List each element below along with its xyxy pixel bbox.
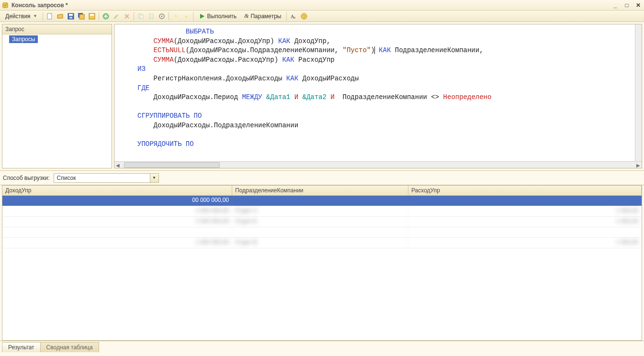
minimize-button[interactable]: _ [611, 1, 619, 9]
ampersand-icon: & [244, 12, 249, 20]
cell: 2 000 000,00 [2, 206, 232, 216]
save-icon[interactable] [66, 11, 76, 21]
cell: Отдел В [232, 238, 408, 248]
export-select[interactable]: Список ▼ [54, 173, 159, 183]
table-row[interactable]: 2 000 000,00Отдел Б1 000,00 [2, 217, 642, 227]
cell: 2 000 000,00 [2, 217, 232, 227]
up-icon[interactable] [171, 11, 181, 21]
svg-rect-6 [79, 14, 84, 19]
cell [2, 227, 232, 237]
cell: Отдел Б [232, 217, 408, 227]
column-header-1[interactable]: ДоходУпр [2, 186, 232, 195]
svg-text:a: a [294, 16, 295, 19]
down-icon[interactable] [181, 11, 191, 21]
scroll-right-icon[interactable]: ▶ [635, 162, 642, 168]
separator [99, 12, 99, 21]
chevron-down-icon[interactable]: ▼ [150, 174, 158, 182]
save-all-icon[interactable] [77, 11, 86, 21]
column-header-3[interactable]: РасходУпр [408, 186, 642, 195]
results-panel: Способ выгрузки: Список ▼ ДоходУпр Подра… [0, 170, 644, 352]
table-row[interactable]: 2 000 000,00Отдел А1 000,00 [2, 206, 642, 217]
export-label: Способ выгрузки: [3, 175, 50, 181]
result-tabs: Результат Сводная таблица [0, 341, 644, 352]
cell [408, 227, 642, 237]
cell [408, 196, 642, 206]
titlebar: Консоль запросов * _ □ ✕ [0, 0, 644, 11]
tree-header: Запрос [2, 24, 112, 34]
cell: Отдел А [232, 206, 408, 216]
editor-scrollbar-vertical[interactable] [635, 24, 642, 161]
grid-header: ДоходУпр ПодразделениеКомпании РасходУпр [2, 186, 642, 196]
play-icon [199, 13, 205, 20]
execute-label: Выполнить [207, 13, 237, 20]
cell: 00 000 000,00 [2, 196, 232, 206]
results-grid: ДоходУпр ПодразделениеКомпании РасходУпр… [2, 185, 642, 341]
cell: 1 000 000,00 [2, 238, 232, 248]
svg-rect-3 [69, 14, 73, 16]
grid-body: 00 000 000,002 000 000,00Отдел А1 000,00… [2, 196, 642, 340]
scroll-left-icon[interactable]: ◀ [114, 162, 121, 168]
execute-button[interactable]: Выполнить [195, 11, 240, 21]
table-row[interactable]: 1 000 000,00Отдел В1 000,00 [2, 238, 642, 248]
delete-icon[interactable] [122, 11, 132, 21]
toolbar: Действия ▼ Выполнить & Параметры Aa ? [0, 11, 644, 22]
svg-rect-11 [140, 15, 143, 19]
new-icon[interactable] [45, 11, 55, 21]
tree-node-root[interactable]: Запросы [9, 35, 38, 43]
query-editor[interactable]: ВЫБРАТЬ СУММА(ДоходыИРасходы.ДоходУпр) К… [114, 24, 642, 168]
edit-icon[interactable] [112, 11, 121, 21]
column-header-2[interactable]: ПодразделениеКомпании [232, 186, 408, 195]
copy-icon[interactable] [136, 11, 146, 21]
add-icon[interactable] [101, 11, 111, 21]
paste-icon[interactable] [147, 11, 156, 21]
cell [232, 227, 408, 237]
chevron-down-icon: ▼ [34, 14, 37, 18]
font-icon[interactable]: Aa [289, 11, 298, 21]
editor-scrollbar-horizontal[interactable]: ◀ ▶ [114, 161, 642, 168]
svg-rect-12 [149, 14, 153, 19]
cell [232, 196, 408, 206]
cell: 1 000,00 [408, 217, 642, 227]
settings-icon[interactable] [157, 11, 167, 21]
svg-rect-4 [69, 17, 72, 19]
separator [286, 12, 287, 21]
tab-pivot[interactable]: Сводная таблица [40, 342, 99, 352]
svg-rect-8 [90, 14, 94, 16]
export-selected: Список [54, 175, 150, 181]
actions-menu[interactable]: Действия ▼ [2, 11, 41, 21]
svg-text:?: ? [303, 14, 305, 19]
separator [134, 12, 134, 21]
tree-body: Запросы [2, 34, 112, 168]
saveas-icon[interactable] [87, 11, 97, 21]
close-button[interactable]: ✕ [634, 1, 642, 9]
open-icon[interactable] [56, 11, 65, 21]
export-bar: Способ выгрузки: Список ▼ [0, 171, 644, 185]
help-icon[interactable]: ? [299, 11, 309, 21]
window-title: Консоль запросов * [11, 2, 611, 9]
parameters-button[interactable]: & Параметры [241, 11, 284, 21]
cell: 1 000,00 [408, 206, 642, 216]
main-area: Запрос Запросы ВЫБРАТЬ СУММА(ДоходыИРасх… [0, 22, 644, 170]
editor-text[interactable]: ВЫБРАТЬ СУММА(ДоходыИРасходы.ДоходУпр) К… [114, 24, 642, 161]
separator [193, 12, 193, 21]
query-tree-panel: Запрос Запросы [2, 24, 112, 168]
scroll-thumb[interactable] [124, 162, 220, 168]
separator [169, 12, 169, 21]
parameters-label: Параметры [250, 13, 281, 20]
actions-label: Действия [5, 13, 31, 20]
svg-point-14 [161, 15, 162, 17]
tab-result[interactable]: Результат [2, 342, 41, 352]
table-row[interactable]: 00 000 000,00 [2, 196, 642, 206]
table-row[interactable] [2, 227, 642, 238]
app-icon [2, 2, 9, 9]
separator [43, 12, 43, 21]
cell: 1 000,00 [408, 238, 642, 248]
maximize-button[interactable]: □ [623, 1, 631, 9]
